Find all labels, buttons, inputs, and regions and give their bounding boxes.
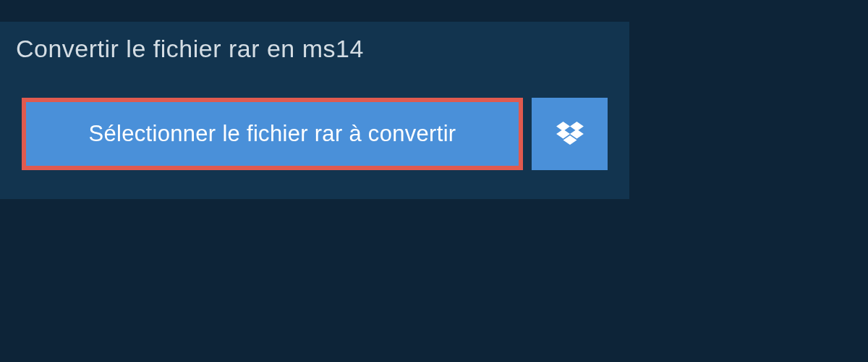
page-title: Convertir le fichier rar en ms14 xyxy=(16,35,364,62)
title-bar: Convertir le fichier rar en ms14 xyxy=(0,22,400,76)
dropbox-button[interactable] xyxy=(532,98,608,170)
converter-panel: Convertir le fichier rar en ms14 Sélecti… xyxy=(0,22,629,199)
select-file-button[interactable]: Sélectionner le fichier rar à convertir xyxy=(22,98,523,170)
button-row: Sélectionner le fichier rar à convertir xyxy=(0,76,629,170)
dropbox-icon xyxy=(556,122,584,146)
select-file-label: Sélectionner le fichier rar à convertir xyxy=(89,121,456,146)
